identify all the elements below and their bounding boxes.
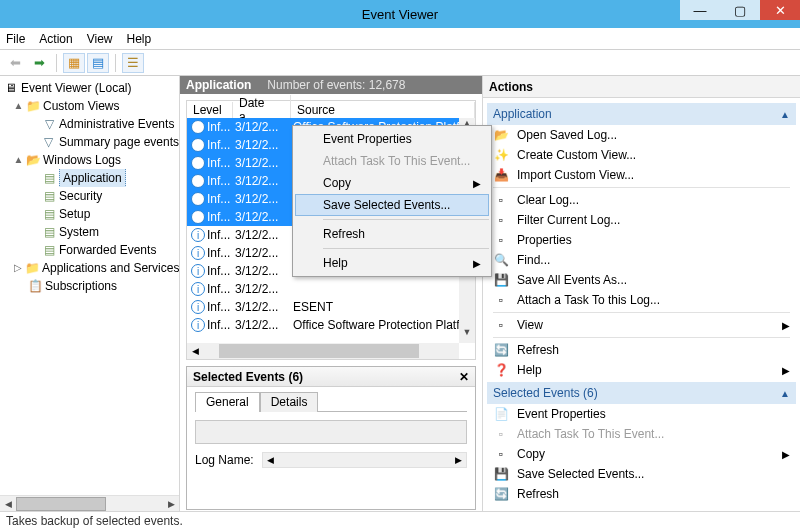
description-box xyxy=(195,420,467,444)
tree-item[interactable]: ▽Administrative Events xyxy=(2,115,179,133)
info-icon: i xyxy=(191,228,205,242)
action-item[interactable]: 💾Save All Events As... xyxy=(487,270,796,290)
tree-item-system[interactable]: ▤System xyxy=(2,223,179,241)
status-message: Takes backup of selected events. xyxy=(6,514,183,528)
action-item[interactable]: 📄Event Properties xyxy=(487,404,796,424)
tree-root[interactable]: 🖥Event Viewer (Local) xyxy=(2,79,179,97)
subscriptions-icon: 📋 xyxy=(28,277,42,295)
menu-help[interactable]: Help xyxy=(127,32,152,46)
action-icon: ▫ xyxy=(493,233,509,247)
toolbar-separator xyxy=(115,54,116,72)
folder-icon: 📁 xyxy=(26,97,40,115)
action-item[interactable]: ❓Help▶ xyxy=(487,360,796,380)
tree-item-application[interactable]: ▤Application xyxy=(2,169,179,187)
actions-group-application[interactable]: Application▲ xyxy=(487,103,796,125)
collapse-icon[interactable]: ▲ xyxy=(14,97,23,115)
action-pane-toggle[interactable]: ▤ xyxy=(87,53,109,73)
menu-file[interactable]: File xyxy=(6,32,25,46)
menubar: File Action View Help xyxy=(0,28,800,50)
forward-button[interactable]: ➡ xyxy=(28,53,50,73)
submenu-arrow-icon: ▶ xyxy=(782,365,790,376)
table-row[interactable]: iInf...3/12/2...Office Software Protecti… xyxy=(187,316,475,334)
grid-hscrollbar[interactable]: ◀ xyxy=(187,343,459,359)
menu-action[interactable]: Action xyxy=(39,32,72,46)
action-item[interactable]: ▫View▶ xyxy=(487,315,796,335)
submenu-arrow-icon: ▶ xyxy=(473,178,481,189)
scope-pane-toggle[interactable]: ▦ xyxy=(63,53,85,73)
action-item[interactable]: ▫Filter Current Log... xyxy=(487,210,796,230)
info-icon: i xyxy=(191,156,205,170)
submenu-arrow-icon: ▶ xyxy=(782,449,790,460)
toolbar: ⬅ ➡ ▦ ▤ ☰ xyxy=(0,50,800,76)
action-icon: 📄 xyxy=(493,407,509,421)
action-item[interactable]: 📂Open Saved Log... xyxy=(487,125,796,145)
actions-group-selected-events[interactable]: Selected Events (6)▲ xyxy=(487,382,796,404)
table-row[interactable]: iInf...3/12/2...ESENT xyxy=(187,298,475,316)
action-icon: ❓ xyxy=(493,363,509,377)
action-item[interactable]: ▫Properties xyxy=(487,230,796,250)
close-button[interactable]: ✕ xyxy=(760,0,800,20)
log-icon: ▤ xyxy=(42,241,56,259)
actions-header: Actions xyxy=(483,76,800,98)
tab-details[interactable]: Details xyxy=(260,392,319,412)
expand-icon[interactable]: ▷ xyxy=(14,259,22,277)
window-title: Event Viewer xyxy=(362,7,438,22)
action-item[interactable]: ▫Attach a Task To this Log... xyxy=(487,290,796,310)
context-menu-item[interactable]: Refresh xyxy=(295,223,489,245)
submenu-arrow-icon: ▶ xyxy=(473,258,481,269)
minimize-button[interactable]: — xyxy=(680,0,720,20)
maximize-button[interactable]: ▢ xyxy=(720,0,760,20)
scope-tree: 🖥Event Viewer (Local) ▲📁Custom Views ▽Ad… xyxy=(0,76,180,511)
panel-close-icon[interactable]: ✕ xyxy=(459,370,469,384)
col-source[interactable]: Source xyxy=(291,102,475,118)
action-icon: ▫ xyxy=(493,318,509,332)
action-icon: 📥 xyxy=(493,168,509,182)
menu-view[interactable]: View xyxy=(87,32,113,46)
table-row[interactable]: iInf...3/12/2... xyxy=(187,280,475,298)
context-menu-item[interactable]: Copy▶ xyxy=(295,172,489,194)
action-item[interactable]: 🔍Find... xyxy=(487,250,796,270)
context-menu-item[interactable]: Event Properties xyxy=(295,128,489,150)
tree-item[interactable]: ▽Summary page events xyxy=(2,133,179,151)
tree-item-security[interactable]: ▤Security xyxy=(2,187,179,205)
context-menu-item[interactable]: Help▶ xyxy=(295,252,489,274)
filter-icon: ▽ xyxy=(42,115,56,133)
action-item[interactable]: ▫Copy▶ xyxy=(487,444,796,464)
action-item[interactable]: 📥Import Custom View... xyxy=(487,165,796,185)
info-icon: i xyxy=(191,318,205,332)
tree-subscriptions[interactable]: 📋Subscriptions xyxy=(2,277,179,295)
back-button[interactable]: ⬅ xyxy=(4,53,26,73)
list-title: Application xyxy=(186,78,251,92)
folder-icon: 📂 xyxy=(26,151,40,169)
tree-item-forwarded[interactable]: ▤Forwarded Events xyxy=(2,241,179,259)
info-icon: i xyxy=(191,138,205,152)
log-icon: ▤ xyxy=(42,205,56,223)
col-level[interactable]: Level xyxy=(187,102,233,118)
tab-general[interactable]: General xyxy=(195,392,260,412)
action-icon: 🔄 xyxy=(493,487,509,501)
action-item[interactable]: ▫Clear Log... xyxy=(487,190,796,210)
action-item[interactable]: ✨Create Custom View... xyxy=(487,145,796,165)
properties-toolbar-button[interactable]: ☰ xyxy=(122,53,144,73)
tree-item-setup[interactable]: ▤Setup xyxy=(2,205,179,223)
tree-apps-services[interactable]: ▷📁Applications and Services Lo xyxy=(2,259,179,277)
collapse-icon: ▲ xyxy=(780,388,790,399)
status-bar: Takes backup of selected events. xyxy=(0,511,800,530)
info-icon: i xyxy=(191,300,205,314)
tree-hscrollbar[interactable]: ◀▶ xyxy=(0,495,179,511)
context-menu: Event PropertiesAttach Task To This Even… xyxy=(292,125,492,277)
action-icon: 💾 xyxy=(493,273,509,287)
tree-windows-logs[interactable]: ▲📂Windows Logs xyxy=(2,151,179,169)
action-item[interactable]: 🔄Refresh xyxy=(487,484,796,504)
tree-custom-views[interactable]: ▲📁Custom Views xyxy=(2,97,179,115)
info-icon: i xyxy=(191,246,205,260)
collapse-icon: ▲ xyxy=(780,109,790,120)
collapse-icon[interactable]: ▲ xyxy=(14,151,23,169)
action-item[interactable]: 💾Save Selected Events... xyxy=(487,464,796,484)
logname-hscroll[interactable]: ◀▶ xyxy=(262,452,467,468)
filter-icon: ▽ xyxy=(42,133,56,151)
log-name-label: Log Name: xyxy=(195,453,254,467)
context-menu-item[interactable]: Save Selected Events... xyxy=(295,194,489,216)
selected-events-panel: Selected Events (6) ✕ General Details Lo… xyxy=(186,366,476,510)
action-item[interactable]: 🔄Refresh xyxy=(487,340,796,360)
